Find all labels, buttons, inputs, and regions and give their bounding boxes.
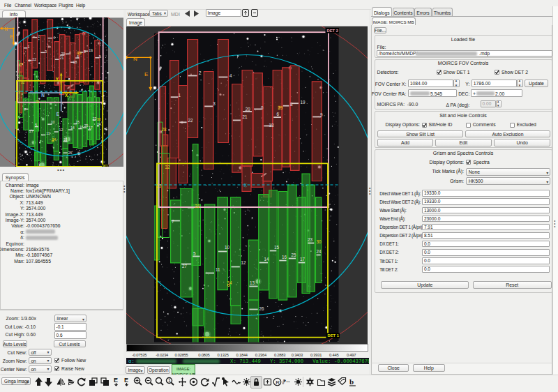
svg-text:29: 29: [278, 105, 284, 110]
svg-text:2: 2: [38, 33, 40, 38]
svg-text:16: 16: [282, 254, 287, 259]
svg-text:23: 23: [93, 116, 97, 120]
svg-text:31: 31: [36, 100, 40, 104]
svg-text:1: 1: [27, 45, 29, 49]
svg-text:29: 29: [77, 51, 82, 55]
svg-text:3: 3: [45, 49, 47, 53]
svg-text:E: E: [56, 112, 59, 116]
svg-text:28: 28: [162, 126, 167, 131]
svg-text:12: 12: [59, 127, 63, 131]
svg-text:8: 8: [290, 101, 293, 106]
svg-text:X: X: [244, 182, 248, 187]
svg-text:14: 14: [264, 256, 270, 261]
svg-text:6: 6: [277, 112, 280, 116]
svg-text:25: 25: [292, 252, 297, 257]
svg-text:E: E: [144, 71, 148, 77]
svg-text:0: 0: [69, 51, 71, 55]
svg-text:1: 1: [179, 92, 181, 97]
svg-text:32: 32: [21, 80, 25, 84]
svg-text:1: 1: [168, 378, 171, 383]
svg-text:15: 15: [274, 244, 280, 249]
svg-text:11: 11: [216, 266, 220, 271]
svg-text:10: 10: [51, 120, 55, 124]
svg-text:24: 24: [317, 248, 322, 253]
svg-text:0: 0: [261, 105, 264, 110]
svg-text:R: R: [276, 379, 280, 385]
svg-text:⁋∽: ⁋∽: [282, 379, 290, 385]
svg-text:12: 12: [241, 259, 247, 264]
svg-text:17: 17: [300, 256, 306, 261]
svg-text:8: 8: [84, 49, 86, 53]
svg-text:13: 13: [250, 280, 255, 285]
svg-text:4: 4: [53, 35, 55, 39]
svg-text:33: 33: [156, 183, 162, 188]
svg-text:DET 2: DET 2: [327, 28, 338, 32]
svg-text:25: 25: [84, 123, 89, 128]
svg-text:33: 33: [16, 89, 20, 93]
svg-text:32: 32: [165, 164, 171, 169]
svg-text:30: 30: [317, 239, 322, 243]
svg-text:31: 31: [195, 204, 201, 209]
svg-text:X: X: [65, 93, 68, 98]
svg-text:10: 10: [225, 244, 230, 249]
svg-text:5: 5: [193, 250, 196, 255]
svg-text:N: N: [133, 55, 137, 61]
svg-text:E: E: [114, 377, 118, 384]
svg-text:26: 26: [68, 150, 73, 154]
svg-text:3: 3: [213, 101, 216, 106]
svg-text:20: 20: [61, 52, 66, 56]
svg-text:N: N: [41, 92, 45, 97]
svg-text:23: 23: [308, 236, 313, 241]
svg-text:2: 2: [199, 70, 202, 75]
svg-text:15: 15: [75, 120, 80, 124]
svg-text:24: 24: [97, 122, 101, 126]
svg-text:9: 9: [99, 54, 101, 59]
svg-text:DET 1: DET 1: [103, 164, 109, 167]
svg-text:18: 18: [73, 59, 77, 63]
svg-text:4: 4: [229, 73, 232, 77]
svg-text:5: 5: [35, 123, 37, 127]
svg-text:Y: Y: [56, 76, 59, 81]
svg-text:b: b: [349, 377, 354, 386]
svg-text:27: 27: [29, 129, 33, 133]
svg-text:21: 21: [60, 55, 64, 59]
svg-text:E: E: [10, 34, 13, 39]
svg-text:7: 7: [24, 107, 27, 111]
svg-text:27: 27: [182, 263, 188, 268]
svg-text:18: 18: [269, 122, 275, 127]
svg-text:19: 19: [300, 99, 306, 104]
svg-text:22: 22: [188, 118, 193, 123]
svg-text:22: 22: [32, 57, 36, 61]
svg-text:11: 11: [46, 130, 50, 135]
svg-text:20: 20: [246, 106, 251, 111]
svg-text:DET 1: DET 1: [328, 333, 340, 338]
svg-text:21: 21: [243, 114, 248, 119]
svg-text:26: 26: [259, 306, 265, 310]
svg-text:17: 17: [89, 126, 93, 130]
svg-text:9: 9: [320, 112, 323, 116]
svg-text:13: 13: [63, 137, 68, 142]
svg-text:19: 19: [89, 48, 93, 52]
svg-text:N: N: [4, 27, 8, 31]
svg-text:16: 16: [80, 125, 84, 129]
svg-text:28: 28: [19, 61, 23, 66]
svg-text:E: E: [124, 377, 128, 384]
svg-text:7: 7: [172, 218, 174, 223]
svg-text:30: 30: [97, 117, 101, 121]
svg-text:14: 14: [70, 126, 75, 130]
